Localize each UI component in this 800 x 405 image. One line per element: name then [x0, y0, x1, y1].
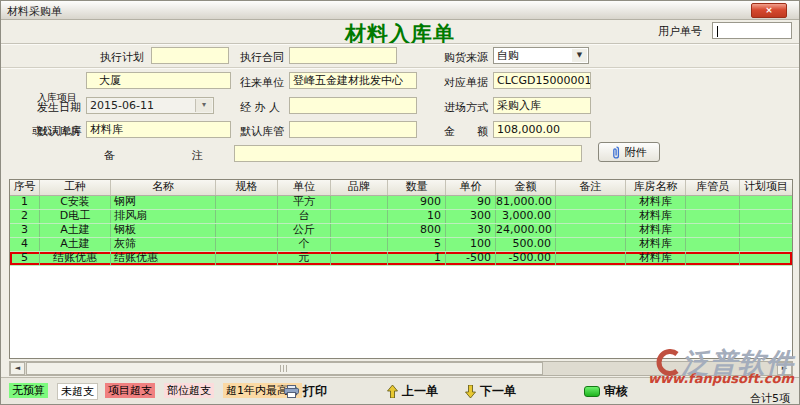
scroll-left-arrow-icon[interactable]: ◄	[10, 362, 25, 375]
exec-contract-label: 执行合同	[240, 50, 284, 65]
date-picker-button[interactable]: ▾	[195, 99, 212, 112]
table-cell	[331, 196, 388, 209]
header-cell-price[interactable]: 单价	[446, 180, 496, 195]
table-cell: 81,000.00	[496, 196, 556, 209]
table-cell	[740, 252, 792, 265]
table-cell	[216, 238, 278, 251]
keeper-label: 默认库管	[240, 124, 284, 139]
date-label: 发生日期	[37, 100, 81, 115]
table-cell: A土建	[40, 224, 111, 237]
audit-button[interactable]: 审核	[584, 383, 628, 400]
purchase-source-value: 自购	[497, 49, 519, 62]
table-cell	[686, 196, 740, 209]
exec-plan-label: 执行计划	[100, 50, 144, 65]
next-button[interactable]: 下一单	[465, 383, 516, 400]
table-cell: 1	[388, 252, 446, 265]
divider	[1, 43, 799, 45]
header-cell-worktype[interactable]: 工种	[40, 180, 111, 195]
down-arrow-icon	[465, 385, 476, 398]
table-cell: 900	[388, 196, 446, 209]
scroll-right-arrow-icon[interactable]: ►	[777, 362, 792, 375]
close-button[interactable]: ×	[751, 3, 787, 18]
header-cell-seq[interactable]: 序号	[10, 180, 40, 195]
header-cell-plan[interactable]: 计划项目	[740, 180, 792, 195]
table-cell: 材料库	[626, 238, 686, 251]
print-button[interactable]: 打印	[284, 383, 327, 400]
print-label: 打印	[303, 383, 327, 400]
purchase-source-select[interactable]: 自购 ▼	[493, 47, 589, 64]
table-cell	[686, 252, 740, 265]
table-cell	[216, 252, 278, 265]
prev-button[interactable]: 上一单	[387, 383, 438, 400]
attachment-label: 附件	[625, 145, 647, 160]
chevron-down-icon[interactable]: ▼	[572, 49, 587, 62]
next-label: 下一单	[480, 383, 516, 400]
table-cell: 1	[10, 196, 40, 209]
table-cell	[331, 224, 388, 237]
table-cell	[331, 252, 388, 265]
close-icon: ×	[765, 5, 773, 15]
table-cell	[740, 196, 792, 209]
header-cell-amount[interactable]: 金额	[496, 180, 556, 195]
exec-contract-input[interactable]	[289, 47, 397, 64]
header-cell-qty[interactable]: 数量	[388, 180, 446, 195]
entry-mode-input[interactable]: 采购入库	[493, 97, 591, 114]
header-cell-warehouse[interactable]: 库房名称	[626, 180, 686, 195]
table-cell: 公斤	[278, 224, 331, 237]
remark-input[interactable]	[234, 145, 582, 162]
user-no-input[interactable]	[712, 22, 792, 39]
legend-badge-project-over: 项目超支	[105, 383, 155, 398]
header-cell-keeper[interactable]: 库管员	[686, 180, 740, 195]
h-scrollbar[interactable]: ◄ ►	[9, 361, 793, 376]
table-row[interactable]: 4 A土建 灰筛 个 5 100 500.00 材料库	[10, 238, 792, 252]
exec-plan-input[interactable]	[151, 47, 229, 64]
items-table: 序号 工种 名称 规格 单位 品牌 数量 单价 金额 备注 库房名称 库管员 计…	[9, 179, 793, 359]
table-cell	[331, 238, 388, 251]
amount-label: 金 额	[444, 124, 488, 139]
doc-ref-input[interactable]: CLCGD150000016	[493, 72, 591, 89]
table-cell: 排风扇	[111, 210, 216, 223]
header-cell-remark[interactable]: 备注	[556, 180, 626, 195]
table-cell: 元	[278, 252, 331, 265]
header-cell-brand[interactable]: 品牌	[331, 180, 388, 195]
up-arrow-icon	[387, 385, 398, 398]
handler-label: 经 办 人	[240, 100, 280, 115]
text-caret	[717, 26, 718, 37]
table-cell: 个	[278, 238, 331, 251]
table-cell: 材料库	[626, 210, 686, 223]
table-cell: 500.00	[496, 238, 556, 251]
scroll-thumb[interactable]	[26, 362, 543, 375]
table-cell: C安装	[40, 196, 111, 209]
table-cell: 台	[278, 210, 331, 223]
table-cell	[740, 224, 792, 237]
date-input[interactable]: 2015-06-11 ▾	[86, 97, 214, 114]
table-cell	[686, 238, 740, 251]
table-row[interactable]: 5 结账优惠 结账优惠 元 1 -500 -500.00 材料库	[10, 252, 792, 266]
table-cell: 5	[10, 252, 40, 265]
handler-input[interactable]	[289, 97, 417, 114]
counterparty-input[interactable]: 登峰五金建材批发中心	[289, 72, 417, 89]
attachment-button[interactable]: 附件	[598, 142, 660, 162]
table-cell: 300	[446, 210, 496, 223]
table-cell	[216, 224, 278, 237]
header-cell-spec[interactable]: 规格	[216, 180, 278, 195]
window: 材料采购单 × 材料入库单 用户单号 执行计划 执行合同 购货来源 自购 ▼ 入…	[0, 0, 800, 405]
table-row[interactable]: 3 A土建 钢板 公斤 800 30 24,000.00 材料库	[10, 224, 792, 238]
header-cell-unit[interactable]: 单位	[278, 180, 331, 195]
paperclip-icon	[612, 146, 621, 159]
table-cell	[686, 224, 740, 237]
table-cell: 材料库	[626, 196, 686, 209]
table-row[interactable]: 1 C安装 钢网 平方 900 90 81,000.00 材料库	[10, 196, 792, 210]
keeper-input[interactable]	[289, 121, 417, 138]
project-input[interactable]: 大厦	[86, 72, 231, 89]
header-cell-name[interactable]: 名称	[111, 180, 216, 195]
warehouse-input[interactable]: 材料库	[86, 121, 231, 138]
table-cell: 3,000.00	[496, 210, 556, 223]
legend-badge-section-over: 部位超支	[164, 383, 214, 398]
table-cell	[216, 210, 278, 223]
table-cell	[216, 196, 278, 209]
table-row[interactable]: 2 D电工 排风扇 台 10 300 3,000.00 材料库	[10, 210, 792, 224]
amount-input[interactable]: 108,000.00	[493, 121, 591, 138]
user-no-label: 用户单号	[658, 24, 702, 39]
audit-label: 审核	[604, 383, 628, 400]
